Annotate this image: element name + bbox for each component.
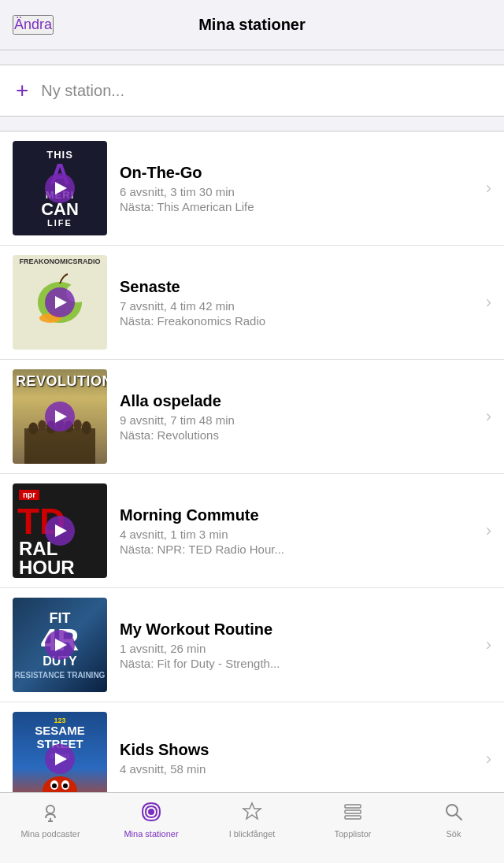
station-next: Nästa: NPR: TED Radio Hour...: [120, 543, 480, 556]
station-artwork-my-workout: FIT 4R DUTY RESISTANCE TRAINING: [13, 598, 107, 692]
chevron-right-icon: ›: [486, 520, 491, 541]
chevron-right-icon: ›: [486, 635, 491, 655]
station-next: Nästa: Freakonomics Radio: [120, 314, 480, 328]
station-info-kids-shows: Kids Shows 4 avsnitt, 58 min: [120, 741, 480, 777]
tab-unplayed[interactable]: I blickfånget: [202, 801, 302, 839]
station-name: My Workout Routine: [120, 620, 480, 639]
svg-point-17: [46, 806, 54, 813]
station-next: Nästa: Revolutions: [120, 428, 480, 442]
play-badge: [45, 402, 75, 432]
svg-point-11: [82, 421, 91, 435]
station-artwork-alla-ospelade: REVOLUTIONS: [13, 369, 107, 464]
station-item-my-workout[interactable]: FIT 4R DUTY RESISTANCE TRAINING My Worko…: [0, 588, 504, 702]
station-meta: 7 avsnitt, 4 tim 42 min: [120, 299, 480, 313]
station-next: Nästa: Fit for Duty - Strength...: [120, 657, 480, 670]
tab-search-label: Sök: [447, 829, 461, 839]
svg-rect-22: [345, 805, 361, 808]
station-name: On-The-Go: [120, 164, 480, 182]
page-title: Mina stationer: [198, 16, 306, 34]
tab-podcasts-label: Mina podcaster: [20, 829, 80, 839]
tab-unplayed-label: I blickfånget: [229, 829, 276, 839]
play-badge: [45, 516, 75, 546]
svg-rect-23: [345, 810, 361, 813]
svg-point-5: [28, 423, 38, 435]
search-icon: [443, 801, 465, 826]
svg-point-20: [148, 809, 154, 815]
station-artwork-morning-commute: npr TD RAL HOUR: [13, 483, 107, 578]
chevron-right-icon: ›: [486, 178, 491, 198]
station-meta: 9 avsnitt, 7 tim 48 min: [120, 413, 480, 427]
new-station-label: Ny station...: [41, 82, 124, 100]
play-badge: [45, 630, 75, 660]
play-badge: [45, 173, 75, 203]
chevron-right-icon: ›: [486, 749, 491, 769]
station-artwork-on-the-go: THIS A MERI CAN LIFE: [13, 141, 107, 235]
station-meta: 1 avsnitt, 26 min: [120, 642, 480, 655]
svg-point-16: [63, 783, 68, 788]
plus-icon: +: [16, 80, 28, 102]
station-info-senaste: Senaste 7 avsnitt, 4 tim 42 min Nästa: F…: [120, 278, 480, 328]
content-area: + Ny station... THIS A MERI CAN LIFE On-…: [0, 65, 504, 863]
station-name: Morning Commute: [120, 506, 480, 524]
new-station-row[interactable]: + Ny station...: [0, 65, 504, 117]
svg-marker-21: [243, 803, 261, 819]
station-info-alla-ospelade: Alla ospelade 9 avsnitt, 7 tim 48 min Nä…: [120, 392, 480, 442]
list-icon: [342, 801, 364, 826]
play-badge: [45, 287, 75, 317]
tab-stations-label: Mina stationer: [124, 829, 178, 839]
edit-button[interactable]: Ändra: [13, 15, 54, 35]
chevron-right-icon: ›: [486, 406, 491, 427]
station-item-on-the-go[interactable]: THIS A MERI CAN LIFE On-The-Go 6 avsnitt…: [0, 131, 504, 246]
svg-point-10: [73, 420, 82, 431]
station-next: Nästa: This American Life: [120, 200, 480, 213]
station-artwork-senaste: FREAKONOMICSRADIO: [13, 255, 107, 350]
svg-point-15: [52, 783, 57, 788]
radio-icon: [140, 801, 162, 826]
podcast-icon: [39, 801, 61, 826]
station-meta: 6 avsnitt, 3 tim 30 min: [120, 185, 480, 198]
tab-podcasts[interactable]: Mina podcaster: [0, 801, 101, 839]
tab-bar: Mina podcaster Mina stationer I blickfån…: [0, 792, 504, 863]
chevron-right-icon: ›: [486, 292, 491, 313]
station-meta: 4 avsnitt, 1 tim 3 min: [120, 528, 480, 541]
station-list: THIS A MERI CAN LIFE On-The-Go 6 avsnitt…: [0, 131, 504, 817]
station-item-alla-ospelade[interactable]: REVOLUTIONS: [0, 360, 504, 474]
tab-search[interactable]: Sök: [403, 801, 504, 839]
station-info-my-workout: My Workout Routine 1 avsnitt, 26 min Näs…: [120, 620, 480, 670]
tab-top[interactable]: Topplistor: [302, 801, 403, 839]
station-item-morning-commute[interactable]: npr TD RAL HOUR Morning Commute 4 avsnit…: [0, 474, 504, 588]
svg-line-29: [457, 815, 462, 820]
tab-stations[interactable]: Mina stationer: [101, 801, 202, 839]
svg-rect-24: [345, 816, 361, 819]
station-name: Senaste: [120, 278, 480, 296]
station-info-on-the-go: On-The-Go 6 avsnitt, 3 tim 30 min Nästa:…: [120, 164, 480, 213]
play-badge: [45, 744, 75, 774]
star-icon: [241, 801, 263, 826]
station-meta: 4 avsnitt, 58 min: [120, 762, 480, 776]
station-item-senaste[interactable]: FREAKONOMICSRADIO Sen: [0, 246, 504, 360]
header: Ändra Mina stationer: [0, 0, 504, 50]
station-info-morning-commute: Morning Commute 4 avsnitt, 1 tim 3 min N…: [120, 506, 480, 556]
station-name: Kids Shows: [120, 741, 480, 759]
station-name: Alla ospelade: [120, 392, 480, 410]
tab-top-label: Topplistor: [334, 829, 371, 839]
